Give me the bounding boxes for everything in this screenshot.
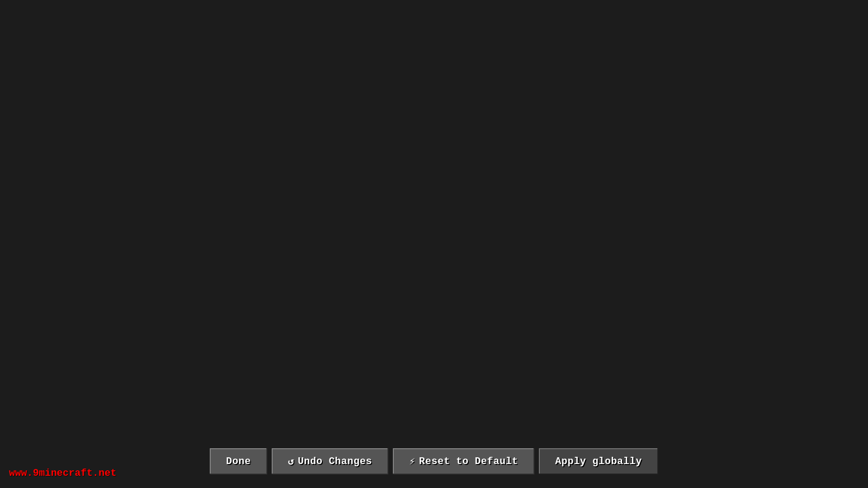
undo-label: Undo Changes	[298, 456, 372, 467]
reset-to-default-button[interactable]: ⚡ Reset to Default	[393, 448, 534, 474]
watermark: www.9minecraft.net	[9, 468, 117, 479]
footer: Done ↺ Undo Changes ⚡ Reset to Default A…	[0, 448, 868, 474]
undo-changes-button[interactable]: ↺ Undo Changes	[272, 448, 388, 474]
apply-globally-button[interactable]: Apply globally	[539, 448, 658, 474]
reset-label: Reset to Default	[419, 456, 518, 467]
undo-icon: ↺	[288, 455, 294, 468]
reset-icon: ⚡	[409, 455, 415, 468]
done-button[interactable]: Done	[210, 448, 267, 474]
